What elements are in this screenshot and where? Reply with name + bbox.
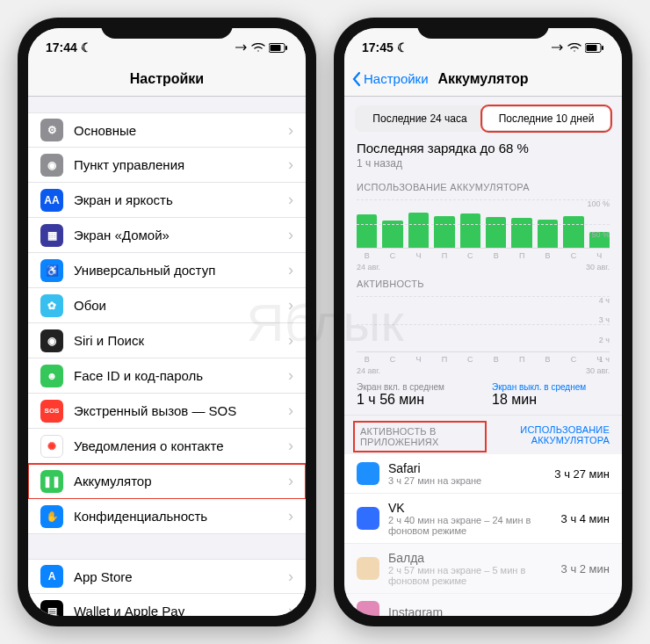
row-label: Основные — [74, 123, 288, 138]
date-start: 24 авг. — [357, 263, 380, 271]
settings-row-exposure[interactable]: ✺Уведомления о контакте› — [28, 429, 306, 464]
screen-off-label: Экран выкл. в среднем — [492, 382, 610, 392]
screen-on-value: 1 ч 56 мин — [357, 392, 474, 408]
row-label: Экран и яркость — [74, 192, 288, 207]
control-center-icon: ◉ — [40, 154, 63, 177]
x-label: С — [460, 355, 480, 364]
chevron-right-icon: › — [288, 602, 293, 616]
settings-row-accessibility[interactable]: ♿Универсальный доступ› — [28, 253, 306, 288]
segment-10days[interactable]: Последние 10 дней — [483, 107, 610, 130]
app-icon — [357, 601, 379, 616]
app-row[interactable]: VK2 ч 40 мин на экране – 24 мин в фоново… — [344, 494, 622, 544]
activity-tabs[interactable]: АКТИВНОСТЬ В ПРИЛОЖЕНИЯХ ИСПОЛЬЗОВАНИЕ А… — [344, 416, 622, 454]
chevron-right-icon: › — [288, 507, 293, 525]
chevron-right-icon: › — [288, 226, 293, 244]
usage-bar — [382, 221, 402, 248]
x-label: В — [357, 251, 377, 260]
app-name: Safari — [388, 461, 554, 475]
row-label: Экстренный вызов — SOS — [74, 403, 288, 418]
settings-row-display[interactable]: AAЭкран и яркость› — [28, 183, 306, 218]
screen-left: 17:44 ☾ Настройки ⚙Основные›◉Пункт управ… — [28, 28, 306, 616]
battery-usage-chart: 100 %50 % ВСЧПСВПВСЧ — [344, 196, 622, 262]
chevron-right-icon: › — [288, 568, 293, 586]
dnd-moon-icon: ☾ — [81, 40, 92, 54]
settings-row-battery[interactable]: ❚❚Аккумулятор› — [28, 464, 306, 499]
x-label: В — [357, 355, 377, 364]
settings-row-appstore[interactable]: AApp Store› — [28, 559, 306, 594]
settings-row-wallpaper[interactable]: ✿Обои› — [28, 288, 306, 323]
sos-icon: SOS — [40, 400, 63, 423]
settings-row-control-center[interactable]: ◉Пункт управления› — [28, 148, 306, 183]
settings-row-gear[interactable]: ⚙Основные› — [28, 112, 306, 148]
row-label: Экран «Домой» — [74, 228, 288, 242]
battery-content[interactable]: Последние 24 часа Последние 10 дней Посл… — [344, 97, 622, 616]
x-label: Ч — [408, 251, 429, 260]
row-label: Пункт управления — [74, 157, 288, 172]
nav-bar: Настройки — [28, 62, 306, 97]
x-label: С — [563, 355, 583, 364]
app-sub: 2 ч 57 мин на экране – 5 мин в фоновом р… — [388, 565, 561, 586]
dnd-moon-icon: ☾ — [397, 40, 408, 54]
privacy-icon: ✋ — [40, 505, 63, 528]
settings-row-privacy[interactable]: ✋Конфиденциальность› — [28, 499, 306, 534]
wallet-icon: ▤ — [40, 600, 63, 617]
y-50: 50 % — [591, 230, 610, 239]
status-icons — [235, 43, 288, 53]
screen-off-value: 18 мин — [492, 392, 610, 408]
screen-on-label: Экран вкл. в среднем — [357, 382, 474, 392]
settings-row-siri[interactable]: ◉Siri и Поиск› — [28, 323, 306, 358]
screen-right: 17:45 ☾ Настройки Аккумулятор Последние … — [344, 28, 622, 616]
settings-row-sos[interactable]: SOSЭкстренный вызов — SOS› — [28, 394, 306, 429]
usage-bar — [538, 220, 558, 248]
x-label: С — [460, 251, 480, 260]
avg-stats: Экран вкл. в среднем 1 ч 56 мин Экран вы… — [344, 375, 622, 416]
phone-right: 17:45 ☾ Настройки Аккумулятор Последние … — [334, 18, 632, 626]
segment-24h[interactable]: Последние 24 часа — [357, 107, 483, 130]
x-label: П — [511, 251, 531, 260]
last-charge-sub: 1 ч назад — [357, 157, 610, 170]
app-row[interactable]: Instagram — [344, 594, 622, 616]
usage-bar — [408, 213, 429, 248]
settings-list[interactable]: ⚙Основные›◉Пункт управления›AAЭкран и яр… — [28, 97, 306, 616]
settings-row-wallet[interactable]: ▤Wallet и Apple Pay› — [28, 594, 306, 616]
accessibility-icon: ♿ — [40, 259, 63, 282]
date-end: 30 авг. — [586, 263, 610, 271]
settings-row-faceid[interactable]: ☻Face ID и код-пароль› — [28, 358, 306, 394]
x-label: П — [511, 355, 531, 364]
x-label: В — [486, 355, 506, 364]
display-icon: AA — [40, 189, 63, 212]
x-label: С — [382, 355, 402, 364]
app-row[interactable]: Балда2 ч 57 мин на экране – 5 мин в фоно… — [344, 544, 622, 594]
app-icon — [357, 462, 379, 485]
y-3h: 3 ч — [599, 315, 610, 324]
y-100: 100 % — [587, 199, 610, 208]
x-label: П — [434, 251, 454, 260]
last-charge-title: Последняя зарядка до 68 % — [357, 141, 610, 156]
chevron-right-icon: › — [288, 366, 293, 385]
y-1h: 1 ч — [599, 355, 610, 364]
tab-battery-usage[interactable]: ИСПОЛЬЗОВАНИЕ АККУМУЛЯТОРА — [483, 424, 610, 449]
activity-chart: 4 ч3 ч2 ч1 ч ВСЧПСВПВСЧ — [344, 293, 622, 365]
app-sub: 3 ч 27 мин на экране — [388, 475, 554, 486]
time-range-segment[interactable]: Последние 24 часа Последние 10 дней — [355, 105, 611, 132]
svg-rect-1 — [271, 45, 281, 51]
back-label: Настройки — [364, 71, 429, 86]
x-label: П — [434, 355, 454, 364]
airplane-icon — [235, 43, 248, 52]
row-label: Обои — [74, 298, 288, 313]
app-icon — [357, 557, 379, 580]
chevron-right-icon: › — [288, 156, 293, 174]
y-4h: 4 ч — [599, 296, 610, 305]
x-label: В — [486, 251, 506, 260]
date-end: 30 авг. — [586, 366, 610, 375]
tab-app-activity[interactable]: АКТИВНОСТЬ В ПРИЛОЖЕНИЯХ — [357, 424, 483, 449]
airplane-icon — [552, 43, 564, 52]
app-name: VK — [388, 501, 561, 515]
row-label: App Store — [74, 569, 288, 584]
row-label: Siri и Поиск — [74, 333, 288, 348]
usage-bar — [460, 213, 480, 248]
app-row[interactable]: Safari3 ч 27 мин на экране3 ч 27 мин — [344, 454, 622, 494]
back-button[interactable]: Настройки — [351, 71, 429, 87]
activity-header: АКТИВНОСТЬ — [357, 279, 610, 289]
settings-row-home-screen[interactable]: ▦Экран «Домой»› — [28, 218, 306, 253]
